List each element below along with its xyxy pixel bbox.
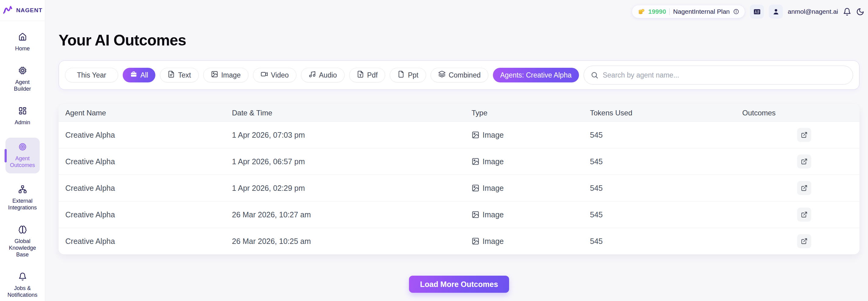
briefcase-icon <box>130 70 137 80</box>
dark-mode-toggle[interactable] <box>856 8 864 16</box>
layers-icon <box>438 70 445 80</box>
filter-bar: This Year All Text Image <box>59 60 860 90</box>
sidebar-item-home[interactable]: Home <box>5 30 40 55</box>
brand-name: NAGENT <box>16 7 42 14</box>
filter-pill-label: Combined <box>448 71 481 79</box>
sidebar-item-global-knowledge-base[interactable]: Global Knowledge Base <box>5 223 40 261</box>
notifications-bell-button[interactable] <box>843 8 851 16</box>
external-link-icon <box>801 211 808 218</box>
id-card-icon <box>753 8 761 16</box>
column-header-tokens-used: Tokens Used <box>590 109 742 117</box>
filter-pill-image[interactable]: Image <box>203 68 248 83</box>
table-header-row: Agent Name Date & Time Type Tokens Used … <box>59 104 860 121</box>
sidebar-item-jobs-notifications[interactable]: Jobs & Notifications <box>5 270 40 301</box>
load-more-button[interactable]: Load More Outcomes <box>409 276 509 293</box>
column-header-date-time: Date & Time <box>232 109 471 117</box>
music-note-icon <box>309 70 316 80</box>
filter-pill-text[interactable]: Text <box>160 68 198 83</box>
type-label: Image <box>483 210 504 219</box>
agents-filter-pill[interactable]: Agents: Creative Alpha <box>493 68 579 83</box>
external-link-icon <box>801 238 808 244</box>
time-range-label: This Year <box>77 71 106 79</box>
open-outcome-button[interactable] <box>797 208 811 222</box>
cell-type: Image <box>471 157 590 166</box>
user-profile-button[interactable] <box>769 5 783 19</box>
image-type-icon <box>471 211 479 218</box>
filter-pill-audio[interactable]: Audio <box>301 68 345 83</box>
filter-pill-combined[interactable]: Combined <box>431 68 488 83</box>
agents-filter-label: Agents: Creative Alpha <box>500 71 572 79</box>
table-row: Creative Alpha 26 Mar 2026, 10:27 am Ima… <box>59 201 860 228</box>
filter-pill-label: Audio <box>319 71 337 79</box>
filter-pill-ppt[interactable]: Ppt <box>390 68 426 83</box>
plan-name: NagentInternal Plan <box>673 8 730 15</box>
sidebar-item-agent-builder[interactable]: Agent Builder <box>5 64 40 95</box>
main-area: 19990 NagentInternal Plan <box>45 0 868 301</box>
file-icon <box>397 70 405 80</box>
filter-pill-label: Image <box>221 71 241 79</box>
load-more-container: Load More Outcomes <box>59 276 860 293</box>
image-type-icon <box>471 157 479 165</box>
table-row: Creative Alpha 1 Apr 2026, 06:57 pm Imag… <box>59 148 860 175</box>
search-box <box>584 66 853 85</box>
cell-outcomes <box>742 154 853 169</box>
table-row: Creative Alpha 1 Apr 2026, 02:29 pm Imag… <box>59 175 860 201</box>
cell-datetime: 1 Apr 2026, 07:03 pm <box>232 131 471 140</box>
sidebar-item-label: Global Knowledge Base <box>7 238 38 258</box>
cell-agent-name: Creative Alpha <box>65 184 232 192</box>
column-header-type: Type <box>471 109 590 117</box>
open-outcome-button[interactable] <box>797 154 811 169</box>
open-outcome-button[interactable] <box>797 128 811 142</box>
column-header-agent-name: Agent Name <box>65 109 232 117</box>
sidebar-item-label: Admin <box>14 119 30 126</box>
external-link-icon <box>801 131 808 138</box>
type-label: Image <box>483 184 504 192</box>
cell-type: Image <box>471 184 590 192</box>
video-camera-icon <box>261 70 268 80</box>
filter-pill-all[interactable]: All <box>123 68 156 83</box>
sidebar-item-label: External Integrations <box>7 198 38 211</box>
cell-agent-name: Creative Alpha <box>65 210 232 219</box>
cell-type: Image <box>471 131 590 140</box>
filter-pill-label: Video <box>271 71 289 79</box>
page-title: Your AI Outcomes <box>59 31 868 50</box>
external-link-icon <box>801 185 808 191</box>
id-card-button[interactable] <box>750 5 764 19</box>
file-text-icon <box>167 70 175 80</box>
image-type-icon <box>471 237 479 245</box>
cell-tokens: 545 <box>590 131 742 140</box>
filter-pill-label: Text <box>178 71 191 79</box>
type-label: Image <box>483 157 504 166</box>
cell-type: Image <box>471 210 590 219</box>
open-outcome-button[interactable] <box>797 234 811 248</box>
sidebar-item-admin[interactable]: Admin <box>5 104 40 128</box>
search-input[interactable] <box>603 71 846 79</box>
target-icon <box>18 143 27 153</box>
filter-pill-video[interactable]: Video <box>253 68 296 83</box>
moon-icon <box>856 8 864 16</box>
cpu-chip-icon <box>18 66 27 77</box>
sidebar: NAGENT Home Agent Builder Admin <box>0 0 45 301</box>
nagent-wave-logo-icon <box>2 5 14 16</box>
open-outcome-button[interactable] <box>797 181 811 195</box>
sidebar-item-agent-outcomes[interactable]: Agent Outcomes <box>5 138 40 174</box>
outcomes-table: Agent Name Date & Time Type Tokens Used … <box>59 104 860 254</box>
cell-datetime: 1 Apr 2026, 06:57 pm <box>232 157 471 166</box>
divider <box>669 8 670 15</box>
cell-outcomes <box>742 128 853 142</box>
bell-icon <box>843 8 851 16</box>
time-range-filter[interactable]: This Year <box>65 68 118 83</box>
sidebar-item-label: Agent Outcomes <box>7 155 38 169</box>
cell-outcomes <box>742 234 853 248</box>
search-icon <box>591 71 598 79</box>
info-icon[interactable] <box>733 8 739 14</box>
filter-pill-pdf[interactable]: Pdf <box>349 68 385 83</box>
cell-outcomes <box>742 208 853 222</box>
type-label: Image <box>483 131 504 140</box>
filter-pill-label: Pdf <box>367 71 378 79</box>
plan-credits-pill[interactable]: 19990 NagentInternal Plan <box>632 5 745 18</box>
image-icon <box>211 70 218 80</box>
sidebar-item-external-integrations[interactable]: External Integrations <box>5 183 40 214</box>
sidebar-item-label: Jobs & Notifications <box>7 285 38 299</box>
user-icon <box>772 8 780 16</box>
